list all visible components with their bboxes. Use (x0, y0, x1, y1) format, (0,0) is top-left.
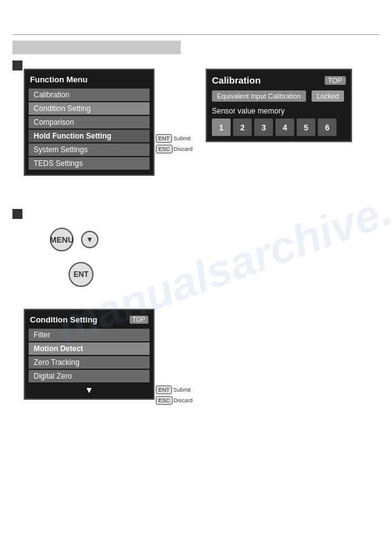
down-arrow-icon: ▼ (86, 235, 93, 244)
condition-setting-panel: Condition Setting TOP Filter Motion Dete… (24, 309, 155, 400)
function-menu-esc-label: ESC Discard (156, 145, 193, 153)
cond-esc-box: ESC (156, 396, 173, 405)
locked-btn[interactable]: Locked (312, 90, 343, 102)
sensor-btn-5[interactable]: 5 (297, 119, 315, 136)
function-menu-panel: Function Menu Calibration Condition Sett… (24, 69, 155, 176)
eq-input-btn[interactable]: Equivalent Input Calibration (212, 90, 306, 102)
esc-discard-text: Discard (174, 146, 193, 152)
cond-esc-discard-text: Discard (174, 397, 193, 404)
condition-esc-label: ESC Discard (156, 396, 193, 405)
menu-item-calibration[interactable]: Calibration (29, 89, 150, 101)
cond-ent-submit-text: Submit (173, 387, 191, 393)
calibration-title: Calibration (212, 75, 261, 85)
condition-top-badge: TOP (130, 316, 148, 324)
condition-ent-label: ENT Submit (156, 385, 191, 394)
sensor-btn-3[interactable]: 3 (254, 119, 273, 136)
condition-setting-header: Condition Setting TOP (25, 314, 153, 327)
header-bar (12, 41, 181, 54)
cond-ent-box: ENT (156, 385, 172, 394)
sensor-value-label: Sensor value memory (212, 107, 346, 115)
cond-item-zero-tracking[interactable]: Zero Tracking (29, 356, 150, 369)
function-menu-title: Function Menu (25, 74, 153, 87)
calibration-top-badge: TOP (325, 76, 346, 85)
menu-item-teds-settings[interactable]: TEDS Settings (29, 157, 150, 170)
calibration-panel: Calibration TOP Equivalent Input Calibra… (206, 69, 352, 142)
calibration-header: Calibration TOP (212, 75, 346, 85)
down-arrow-button[interactable]: ▼ (81, 231, 98, 248)
menu-item-system-settings[interactable]: System Settings (29, 143, 150, 156)
menu-button[interactable]: MENU (50, 228, 74, 251)
esc-box: ESC (156, 145, 173, 153)
menu-item-hold-function[interactable]: Hold Function Setting (29, 130, 150, 142)
menu-item-comparison[interactable]: Comparison (29, 116, 150, 128)
sensor-btn-6[interactable]: 6 (318, 119, 337, 136)
ent-box: ENT (156, 134, 172, 143)
cond-item-digital-zero[interactable]: Digital Zero (29, 370, 150, 382)
nav-icons-row: MENU ▼ (50, 228, 98, 251)
section-bullet-a (12, 61, 22, 70)
menu-icon-text: MENU (50, 235, 74, 245)
cond-item-filter[interactable]: Filter (29, 329, 150, 341)
sensor-grid: 1 2 3 4 5 6 (212, 119, 346, 136)
ent-label-text: ENT (74, 270, 88, 279)
condition-down-arrow: ▼ (25, 385, 153, 395)
menu-item-condition-setting[interactable]: Condition Setting (29, 102, 150, 115)
section-bullet-b (12, 209, 22, 219)
ent-submit-text: Submit (173, 135, 191, 142)
function-menu-ent-label: ENT Submit (156, 134, 191, 143)
sensor-btn-4[interactable]: 4 (275, 119, 294, 136)
sensor-btn-1[interactable]: 1 (212, 119, 231, 136)
sensor-btn-2[interactable]: 2 (233, 119, 252, 136)
top-divider (12, 34, 380, 35)
ent-button[interactable]: ENT (69, 262, 93, 287)
condition-setting-title: Condition Setting (30, 315, 97, 324)
cond-item-motion-detect[interactable]: Motion Detect (29, 342, 150, 355)
calibration-eq-row: Equivalent Input Calibration Locked (212, 90, 346, 102)
